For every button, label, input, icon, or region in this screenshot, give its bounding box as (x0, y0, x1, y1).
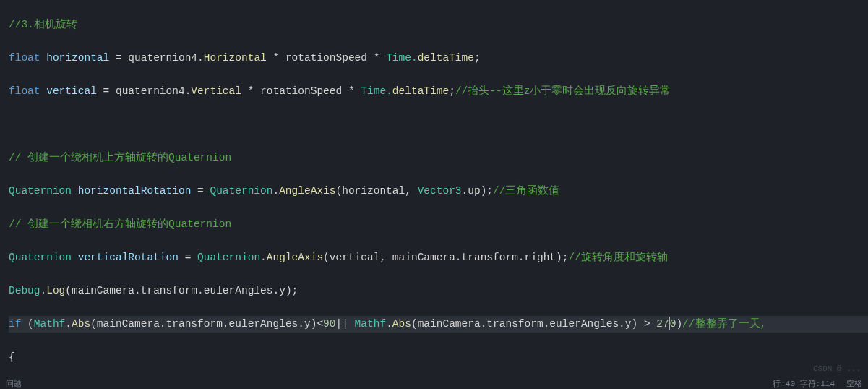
status-bar: 问题 行:40 字符:114 空格 (0, 379, 868, 389)
status-line-col[interactable]: 行:40 字符:114 (773, 376, 835, 390)
code-line (9, 116, 868, 133)
code-line: Debug.Log(mainCamera.transform.eulerAngl… (9, 283, 868, 299)
code-line-current: if (Mathf.Abs(mainCamera.transform.euler… (9, 316, 868, 333)
text-cursor (669, 317, 670, 330)
code-line: float horizontal = quaternion4.Horizonta… (9, 50, 868, 67)
code-line: { (9, 349, 868, 366)
status-left[interactable]: 问题 (6, 376, 22, 390)
code-line: float vertical = quaternion4.Vertical * … (9, 83, 868, 100)
code-line: Quaternion horizontalRotation = Quaterni… (9, 183, 868, 200)
status-encoding[interactable]: 空格 (846, 376, 862, 390)
code-line: Quaternion verticalRotation = Quaternion… (9, 249, 868, 266)
code-line: // 创建一个绕相机右方轴旋转的Quaternion (9, 216, 868, 233)
code-line: //3.相机旋转 (9, 17, 868, 33)
code-line: // 创建一个绕相机上方轴旋转的Quaternion (9, 150, 868, 166)
code-editor[interactable]: //3.相机旋转 float horizontal = quaternion4.… (0, 0, 868, 389)
